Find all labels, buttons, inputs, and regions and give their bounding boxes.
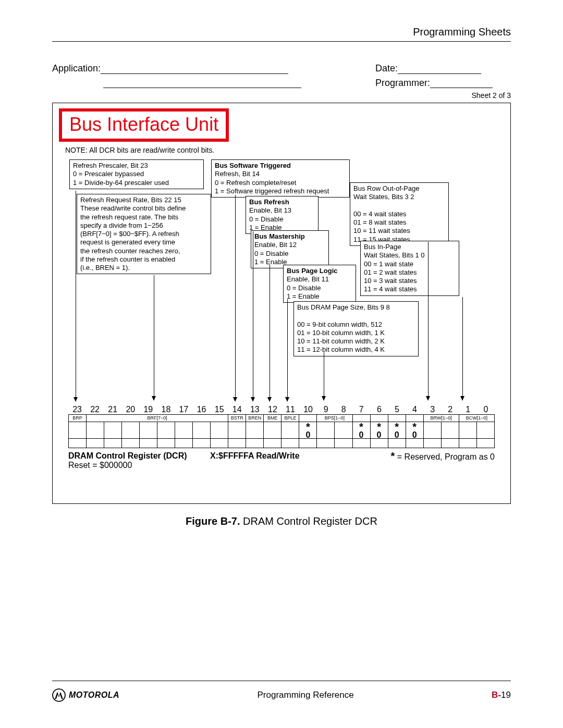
footer-center: Programming Reference	[257, 690, 353, 700]
arrow-bren	[253, 231, 253, 401]
diagram-note: NOTE: All DCR bits are read/write contro…	[65, 146, 503, 154]
header-section: Programming Sheets	[52, 26, 511, 38]
arrow-bple	[287, 299, 288, 401]
programmer-line: Programmer:	[375, 77, 511, 89]
box-bple: Bus Page Logic Enable, Bit 11 0 = Disabl…	[283, 265, 356, 303]
reg-reset: Reset = $000000	[68, 461, 132, 470]
box-bren: Bus Refresh Enable, Bit 13 0 = Disable 1…	[246, 196, 319, 234]
svg-point-0	[53, 689, 65, 701]
arrow-brw	[428, 242, 429, 400]
diagram-frame: Bus Interface Unit NOTE: All DCR bits ar…	[52, 103, 511, 504]
bit-table: BRPBRF[7−0]BSTRBRENBMEBPLEBPS[1−0]BRW[1−…	[68, 414, 495, 449]
box-bps: Bus DRAM Page Size, Bits 9 8 00 = 9-bit …	[293, 301, 419, 356]
footer: MOTOROLA Programming Reference B-19	[52, 681, 511, 702]
figure-caption: Figure B-7. DRAM Control Register DCR	[52, 515, 511, 527]
box-bcw: Bus In-Page Wait States, Bits 1 0 00 = 1…	[360, 241, 459, 296]
application-line: Application:	[52, 63, 375, 74]
page-number: B-19	[492, 690, 511, 700]
reserved-note: * = Reserved, Program as 0	[391, 451, 495, 470]
arrow-brp	[76, 191, 76, 401]
reg-addr: X:$FFFFFA Read/Write	[210, 451, 300, 460]
reg-name: DRAM Control Register (DCR)	[68, 451, 187, 460]
bit-table-area: 23222120191817161514131211109876543210 B…	[68, 405, 495, 471]
motorola-logo: MOTOROLA	[52, 688, 119, 702]
box-bme: Bus Mastership Enable, Bit 12 0 = Disabl…	[251, 230, 329, 268]
date-line: Date:	[375, 63, 511, 74]
box-brw: Bus Row Out-of-Page Wait States, Bits 3 …	[350, 182, 449, 246]
sheet-count: Sheet 2 of 3	[52, 91, 511, 100]
arrow-bstr	[235, 195, 236, 401]
application-line2	[52, 77, 375, 89]
arrow-bps	[324, 352, 324, 400]
header-rule	[52, 41, 511, 42]
arrow-brf	[154, 275, 154, 400]
box-brp: Refresh Prescaler, Bit 23 0 = Prescaler …	[69, 159, 204, 189]
box-brf: Refresh Request Rate, Bits 22 15 These r…	[77, 194, 211, 274]
arrow-bme	[270, 265, 270, 401]
motorola-icon	[52, 688, 66, 702]
box-bstr: Bus Software Triggered Refresh, Bit 14 0…	[211, 159, 350, 198]
arrow-bcw	[462, 297, 463, 400]
diagram-title: Bus Interface Unit	[59, 108, 229, 142]
